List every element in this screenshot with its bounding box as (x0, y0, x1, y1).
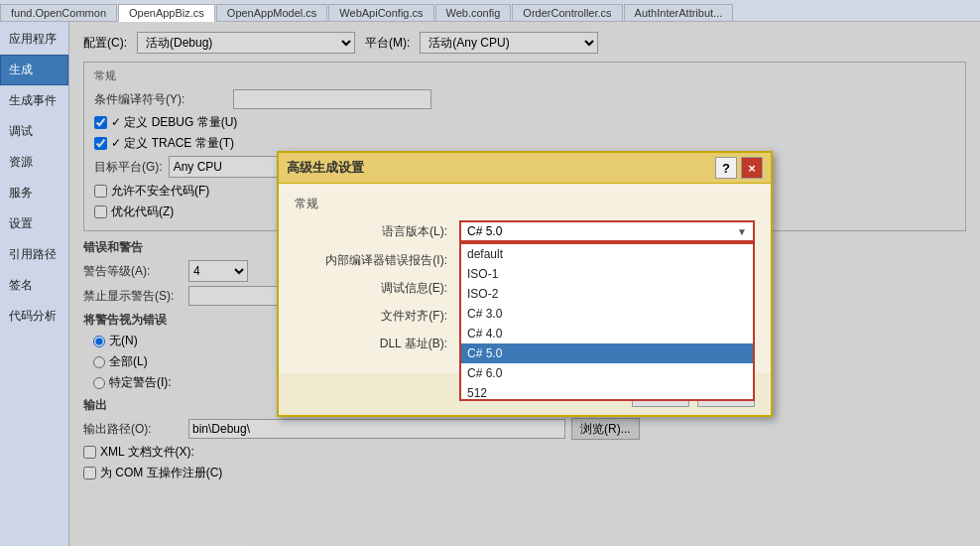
sidebar-item-services[interactable]: 服务 (0, 178, 68, 208)
sidebar-item-resources[interactable]: 资源 (0, 147, 68, 178)
chevron-down-icon: ▼ (737, 226, 747, 237)
dropdown-item-cs50[interactable]: C# 5.0 (461, 343, 753, 363)
file-align-label: 文件对齐(F): (295, 308, 453, 325)
sidebar-item-build[interactable]: 生成 (0, 55, 68, 85)
dll-base-label: DLL 基址(B): (295, 336, 453, 352)
modal-overlay: 高级生成设置 ? × 常规 语言版本(L): C# 5.0 (69, 22, 980, 546)
tab-web-api-config[interactable]: WebApiConfig.cs (328, 4, 433, 21)
modal-dialog: 高级生成设置 ? × 常规 语言版本(L): C# 5.0 (277, 151, 773, 417)
dropdown-value: C# 5.0 (467, 224, 502, 238)
modal-help-button[interactable]: ? (715, 157, 737, 179)
dropdown-item-cs60[interactable]: C# 6.0 (461, 363, 753, 383)
language-version-row: 语言版本(L): C# 5.0 ▼ default ISO-1 ISO-2 C#… (295, 220, 755, 242)
modal-title: 高级生成设置 (287, 159, 364, 177)
modal-body: 常规 语言版本(L): C# 5.0 ▼ default ISO-1 (279, 184, 771, 373)
content-area: 配置(C): 活动(Debug) 平台(M): 活动(Any CPU) 常规 条… (69, 22, 980, 546)
sidebar: 应用程序 生成 生成事件 调试 资源 服务 设置 引用路径 签名 代码分析 (0, 22, 69, 546)
sidebar-item-signing[interactable]: 签名 (0, 270, 68, 301)
dropdown-item-cs30[interactable]: C# 3.0 (461, 304, 753, 324)
sidebar-item-settings[interactable]: 设置 (0, 208, 68, 239)
dropdown-selected[interactable]: C# 5.0 ▼ (459, 220, 755, 242)
modal-close-button[interactable]: × (741, 157, 763, 179)
tab-bar: fund.OpenCommon OpenAppBiz.cs OpenAppMod… (0, 0, 980, 22)
debug-info-label: 调试信息(E): (295, 280, 453, 297)
sidebar-item-build-events[interactable]: 生成事件 (0, 85, 68, 116)
dropdown-list: default ISO-1 ISO-2 C# 3.0 C# 4.0 C# 5.0… (459, 242, 755, 401)
sidebar-item-debug[interactable]: 调试 (0, 116, 68, 147)
dropdown-item-iso2[interactable]: ISO-2 (461, 284, 753, 304)
internal-errors-label: 内部编译器错误报告(I): (295, 252, 453, 269)
sidebar-item-application[interactable]: 应用程序 (0, 24, 68, 55)
sidebar-item-code-analysis[interactable]: 代码分析 (0, 301, 68, 332)
dropdown-item-512[interactable]: 512 (461, 383, 753, 401)
language-version-dropdown[interactable]: C# 5.0 ▼ default ISO-1 ISO-2 C# 3.0 C# 4… (459, 220, 755, 242)
tab-order-controller[interactable]: OrderController.cs (512, 4, 622, 21)
dropdown-item-cs40[interactable]: C# 4.0 (461, 324, 753, 343)
modal-section-title: 常规 (295, 196, 755, 212)
tab-fund-open-common[interactable]: fund.OpenCommon (0, 4, 117, 21)
tab-open-app-model[interactable]: OpenAppModel.cs (216, 4, 328, 21)
tab-auth-inter-attr[interactable]: AuthInterAttribut... (624, 4, 734, 21)
language-version-label: 语言版本(L): (295, 223, 453, 240)
main-layout: 应用程序 生成 生成事件 调试 资源 服务 设置 引用路径 签名 代码分析 配置… (0, 22, 980, 546)
dropdown-item-default[interactable]: default (461, 244, 753, 264)
dropdown-item-iso1[interactable]: ISO-1 (461, 264, 753, 284)
modal-titlebar-buttons: ? × (715, 157, 763, 179)
modal-titlebar: 高级生成设置 ? × (279, 153, 771, 184)
tab-web-config[interactable]: Web.config (435, 4, 512, 21)
sidebar-item-reference-paths[interactable]: 引用路径 (0, 239, 68, 270)
tab-open-app-biz[interactable]: OpenAppBiz.cs (118, 4, 215, 22)
